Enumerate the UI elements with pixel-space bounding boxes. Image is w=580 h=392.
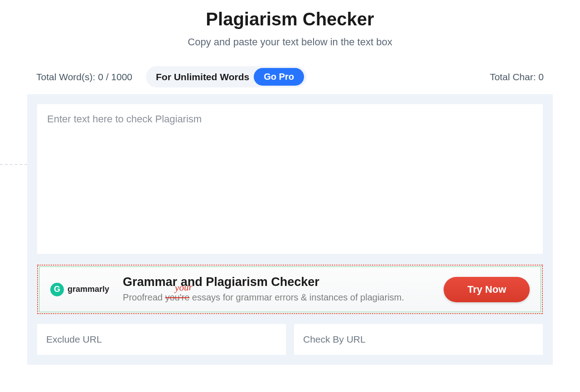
page-title: Plagiarism Checker: [27, 9, 553, 29]
ad-inner: G grammarly Grammar and Plagiarism Check…: [39, 266, 541, 312]
ad-desc-strikethrough: you're: [165, 292, 189, 302]
ad-banner[interactable]: G grammarly Grammar and Plagiarism Check…: [37, 265, 543, 314]
ad-title: Grammar and Plagiarism Checker: [123, 275, 430, 289]
stats-left: Total Word(s): 0 / 1000 For Unlimited Wo…: [36, 66, 307, 87]
ad-desc-suffix: essays for grammar errors & instances of…: [189, 292, 404, 302]
char-count-label: Total Char: 0: [490, 72, 544, 82]
unlimited-words-label: For Unlimited Words: [156, 72, 249, 82]
url-inputs-row: [37, 324, 543, 355]
grammarly-icon: G: [50, 283, 64, 296]
ad-brand-logo: G grammarly: [50, 283, 109, 296]
go-pro-button[interactable]: Go Pro: [254, 68, 304, 86]
try-now-button[interactable]: Try Now: [444, 277, 530, 302]
ad-desc-prefix: Proofread: [123, 292, 165, 302]
ad-description: your Proofread you're essays for grammar…: [123, 291, 430, 304]
plagiarism-text-input[interactable]: [37, 104, 543, 254]
page-subtitle: Copy and paste your text below in the te…: [27, 36, 553, 48]
page-header: Plagiarism Checker Copy and paste your t…: [27, 0, 553, 62]
unlimited-pill: For Unlimited Words Go Pro: [146, 66, 307, 87]
stats-row: Total Word(s): 0 / 1000 For Unlimited Wo…: [27, 62, 553, 94]
word-count-label: Total Word(s): 0 / 1000: [36, 72, 132, 82]
ad-content: Grammar and Plagiarism Checker your Proo…: [123, 275, 430, 304]
grammarly-brand-text: grammarly: [68, 285, 109, 294]
exclude-url-input[interactable]: [37, 324, 286, 355]
decorative-dashes: [0, 164, 27, 168]
check-by-url-input[interactable]: [294, 324, 543, 355]
tool-area: G grammarly Grammar and Plagiarism Check…: [27, 94, 553, 365]
